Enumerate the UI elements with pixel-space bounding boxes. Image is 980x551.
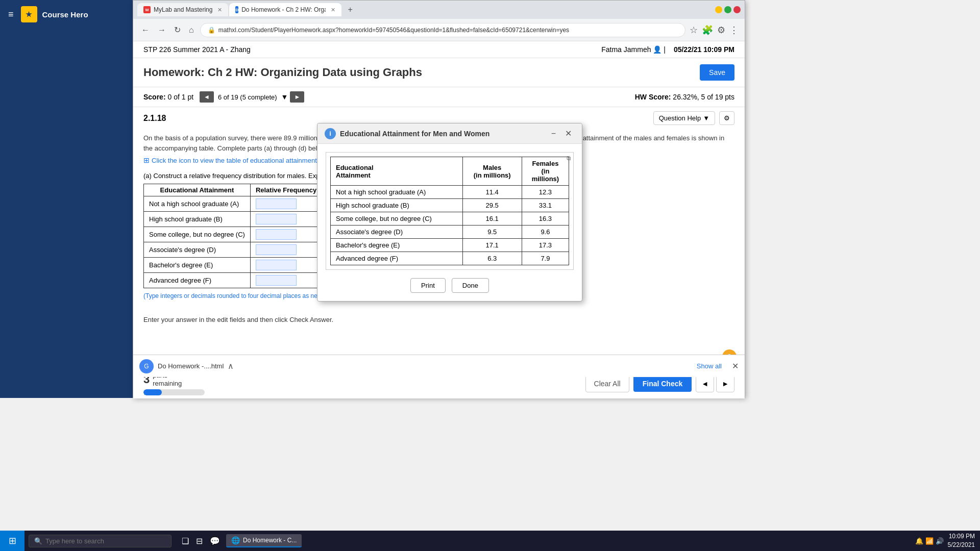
clear-all-button[interactable]: Clear All [585, 375, 629, 392]
question-prev-button[interactable]: ◄ [200, 91, 214, 103]
user-icon: 👤 | [653, 45, 666, 54]
window-close-button[interactable] [733, 6, 741, 13]
attainment-d: Associate's degree (D) [144, 242, 251, 258]
copy-icon[interactable]: ⧉ [567, 155, 571, 162]
download-expand-button[interactable]: ∧ [228, 361, 234, 371]
popup-title-area: i Educational Attainment for Men and Wom… [325, 128, 489, 139]
hw-title-area: Homework: Ch 2 HW: Organizing Data using… [133, 58, 745, 87]
nav-forward-button[interactable]: → [156, 23, 168, 37]
freq-input-d[interactable] [256, 244, 297, 255]
download-filename: Do Homework -....html [158, 362, 224, 370]
new-tab-button[interactable]: + [342, 3, 357, 16]
freq-input-b[interactable] [256, 214, 297, 224]
info-icon: i [325, 128, 336, 139]
popup-attainment-a: Not a high school graduate (A) [331, 186, 463, 199]
freq-input-a[interactable] [256, 198, 297, 209]
instruction-text: Enter your answer in the edit fields and… [143, 316, 333, 323]
nav-controls: ◄ 6 of 19 (5 complete) ▼ ► [200, 91, 304, 103]
table-row: Associate's degree (D) [144, 242, 347, 258]
bookmark-button[interactable]: ☆ [690, 24, 698, 36]
score-label: Score: 0 of 1 pt [143, 93, 193, 101]
freq-input-c[interactable] [256, 229, 297, 240]
sidebar-content [0, 29, 133, 39]
user-name: Fatma Jammeh [601, 45, 651, 54]
browser-tab-2[interactable]: D Do Homework - Ch 2 HW: Organizing Data… [229, 3, 341, 16]
tab2-close[interactable]: ✕ [331, 7, 335, 13]
nav-back-button[interactable]: ← [139, 23, 152, 37]
done-button[interactable]: Done [452, 278, 489, 293]
tab1-close[interactable]: ✕ [217, 7, 222, 13]
download-bar-close-button[interactable]: ✕ [732, 361, 739, 371]
chevron-down-icon: ▼ [703, 114, 709, 122]
progress-bar [143, 389, 162, 395]
taskbar-app-browser[interactable]: 🌐 Do Homework - C... [226, 534, 302, 547]
attainment-e: Bachelor's degree (E) [144, 258, 251, 273]
popup-data-table: EducationalAttainment Males(in millions)… [330, 157, 569, 265]
popup-males-e: 17.1 [462, 239, 522, 252]
show-all-button[interactable]: Show all [693, 360, 726, 372]
attainment-c: Some college, but no degree (C) [144, 227, 251, 242]
lock-icon: 🔒 [208, 27, 215, 34]
extensions-button[interactable]: 🧩 [702, 24, 713, 36]
table-link-icon: ⊞ [143, 155, 150, 166]
taskbar-search[interactable]: 🔍 [29, 535, 172, 547]
prev-question-button[interactable]: ◄ [696, 375, 714, 392]
task-view-icon[interactable]: ❑ [180, 535, 191, 547]
tab1-label: MyLab and Mastering [154, 6, 212, 13]
popup-minimize-button[interactable]: − [548, 128, 559, 139]
browser-tab-1[interactable]: M MyLab and Mastering ✕ [137, 3, 228, 16]
attainment-f: Advanced degree (F) [144, 273, 251, 288]
system-tray-icons: 🔔 📶 🔊 [915, 537, 943, 545]
taskbar-search-input[interactable] [45, 537, 158, 545]
taskbar-apps: 🌐 Do Homework - C... [226, 534, 915, 547]
popup-females-b: 33.1 [522, 199, 569, 212]
nav-home-button[interactable]: ⌂ [187, 23, 196, 37]
profile-button[interactable]: ⚙ [717, 24, 725, 36]
popup-attainment-c: Some college, but no degree (C) [331, 212, 463, 226]
progress-bar-container [143, 389, 205, 395]
question-next-button[interactable]: ► [290, 91, 304, 103]
freq-input-f[interactable] [256, 275, 297, 286]
window-minimize-button[interactable] [715, 6, 722, 13]
gear-icon: ⚙ [724, 114, 730, 122]
dropdown-icon[interactable]: ▼ [281, 93, 288, 101]
settings-button[interactable]: ⚙ [719, 111, 734, 125]
browser-addressbar: ← → ↻ ⌂ 🔒 mathxl.com/Student/PlayerHomew… [133, 19, 745, 41]
popup-females-d: 9.6 [522, 226, 569, 239]
score-value: 0 of 1 pt [167, 93, 193, 101]
taskbar-icons: ❑ ⊟ 💬 [180, 535, 222, 547]
hw-score-value: 26.32%, 5 of 19 pts [673, 93, 734, 101]
hw-score: HW Score: 26.32%, 5 of 19 pts [635, 93, 734, 101]
widgets-icon[interactable]: ⊟ [194, 535, 205, 547]
save-button[interactable]: Save [700, 64, 734, 81]
address-bar[interactable]: 🔒 mathxl.com/Student/PlayerHomework.aspx… [200, 23, 685, 37]
nav-refresh-button[interactable]: ↻ [172, 23, 183, 37]
tab1-favicon: M [143, 6, 151, 13]
popup-table-row: Bachelor's degree (E) 17.1 17.3 [331, 239, 569, 252]
window-controls [715, 6, 741, 13]
popup-close-button[interactable]: ✕ [562, 128, 575, 139]
col-header-attainment: Educational Attainment [144, 184, 251, 196]
popup-males-a: 11.4 [462, 186, 522, 199]
browser-window: M MyLab and Mastering ✕ D Do Homework - … [133, 0, 745, 398]
taskbar-time-value: 10:09 PM [948, 532, 975, 541]
question-help-label: Question Help [659, 114, 701, 122]
chat-icon[interactable]: 💬 [208, 535, 222, 547]
attainment-a: Not a high school graduate (A) [144, 196, 251, 212]
start-button[interactable]: ⊞ [0, 531, 24, 551]
browser-titlebar: M MyLab and Mastering ✕ D Do Homework - … [133, 1, 745, 19]
bottom-instruction: Enter your answer in the edit fields and… [133, 312, 745, 328]
freq-input-e[interactable] [256, 260, 297, 270]
menu-button[interactable]: ⋮ [729, 24, 739, 36]
coursehero-logo: ★ [21, 6, 37, 22]
popup-table-row: Not a high school graduate (A) 11.4 12.3 [331, 186, 569, 199]
popup-females-a: 12.3 [522, 186, 569, 199]
final-check-button[interactable]: Final Check [633, 375, 692, 392]
window-maximize-button[interactable] [724, 6, 731, 13]
popup-attainment-e: Bachelor's degree (E) [331, 239, 463, 252]
hamburger-icon[interactable]: ≡ [8, 9, 14, 20]
next-question-button[interactable]: ► [716, 375, 734, 392]
question-help-button[interactable]: Question Help ▼ [653, 111, 715, 125]
hw-title: Homework: Ch 2 HW: Organizing Data using… [143, 66, 422, 79]
print-button[interactable]: Print [410, 278, 446, 293]
